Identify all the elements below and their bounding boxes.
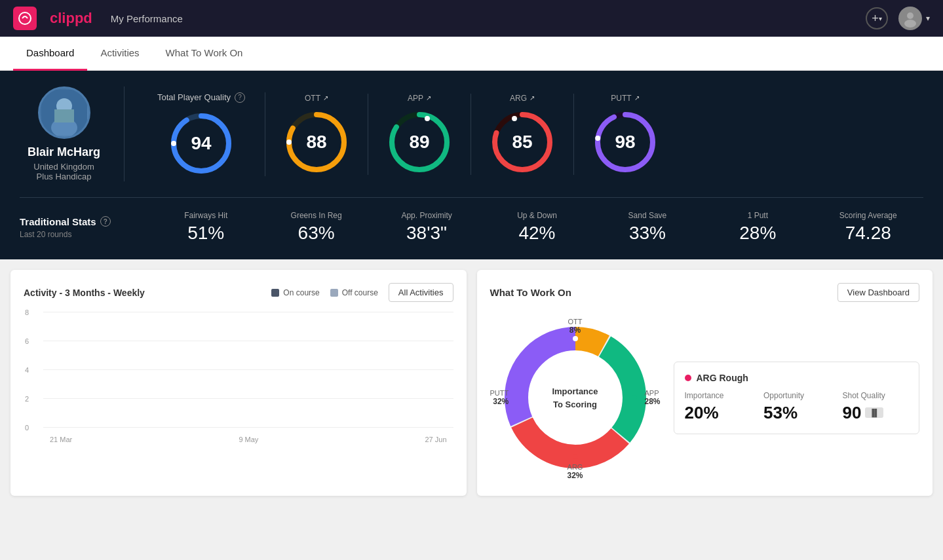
wtwo-content: ImportanceTo Scoring OTT 8% APP 28% ARG … <box>490 312 920 483</box>
bottom-panels: Activity - 3 Months - Weekly On course O… <box>0 259 943 506</box>
shot-quality-value: 90 <box>843 403 862 423</box>
bar-group-4 <box>142 427 170 428</box>
player-info: Blair McHarg United Kingdom Plus Handica… <box>20 86 125 181</box>
putt-label: PUTT ↗ <box>611 94 639 103</box>
stat-oneputt: 1 Putt 28% <box>702 211 813 244</box>
trad-label-section: Traditional Stats ? Last 20 rounds <box>20 216 151 239</box>
bar-group-6 <box>204 427 231 428</box>
header-title: My Performance <box>111 13 183 24</box>
putt-value: 98 <box>615 132 635 153</box>
stat-fairways: Fairways Hit 51% <box>151 211 261 244</box>
chart-header: Activity - 3 Months - Weekly On course O… <box>24 283 453 302</box>
stat-scoring: Scoring Average 74.28 <box>813 211 923 244</box>
tpq-label: Total Player Quality ? <box>157 92 245 103</box>
stat-updown: Up & Down 42% <box>482 211 592 244</box>
add-button[interactable]: + ▾ <box>866 7 888 29</box>
ott-gauge: 88 <box>284 109 349 175</box>
importance-value: 20% <box>685 403 719 423</box>
svg-point-0 <box>19 12 31 24</box>
quality-badge: ▐▌ <box>865 407 883 418</box>
arg-label: ARG ↗ <box>510 94 535 103</box>
stats-top: Blair McHarg United Kingdom Plus Handica… <box>20 86 923 198</box>
header: clippd My Performance + ▾ ▾ <box>0 0 943 37</box>
tpq-wrapper: Total Player Quality ? 94 <box>138 92 265 176</box>
legend-off-course: Off course <box>330 288 378 297</box>
tab-what-to-work-on[interactable]: What To Work On <box>153 37 256 71</box>
putt-gauge: 98 <box>592 109 658 175</box>
app-label: APP ↗ <box>408 94 431 103</box>
player-name: Blair McHarg <box>28 145 100 159</box>
metric-putt: PUTT ↗ 98 <box>574 94 676 175</box>
legend-on-course: On course <box>271 288 319 297</box>
bar-group-11 <box>358 427 385 428</box>
detail-importance: Importance 20% <box>685 391 751 423</box>
stat-greens: Greens In Reg 63% <box>261 211 371 244</box>
svg-point-2 <box>904 20 916 28</box>
tab-dashboard[interactable]: Dashboard <box>13 37 87 71</box>
x-label-1: 21 Mar <box>50 436 72 443</box>
tpq-info-icon[interactable]: ? <box>235 92 245 103</box>
donut-center-label: ImportanceTo Scoring <box>549 385 602 411</box>
stats-banner: Blair McHarg United Kingdom Plus Handica… <box>0 71 943 259</box>
wtwo-title: What To Work On <box>490 287 571 298</box>
chart-area: 0 2 4 6 8 <box>24 312 453 443</box>
ott-arrow-icon: ↗ <box>323 94 328 102</box>
chart-controls: On course Off course All Activities <box>271 283 453 302</box>
chart-legend: On course Off course <box>271 288 378 297</box>
app-arrow-icon: ↗ <box>426 94 431 102</box>
svg-point-28 <box>632 395 637 400</box>
bar-group-3 <box>111 427 139 428</box>
app-segment-label: APP 28% <box>644 389 660 406</box>
bar-group-9 <box>296 427 324 428</box>
legend-off-dot <box>330 289 338 297</box>
all-activities-button[interactable]: All Activities <box>389 283 453 302</box>
stat-proximity: App. Proximity 38'3" <box>372 211 482 244</box>
chart-title: Activity - 3 Months - Weekly <box>24 288 145 298</box>
trad-stats: Traditional Stats ? Last 20 rounds Fairw… <box>20 211 923 244</box>
bar-group-2 <box>81 427 108 428</box>
logo-text: clippd <box>50 10 92 27</box>
donut-chart-wrapper: ImportanceTo Scoring OTT 8% APP 28% ARG … <box>490 312 661 483</box>
user-menu[interactable]: ▾ <box>898 7 930 30</box>
detail-dot <box>685 375 691 381</box>
bar-group-13 <box>419 427 447 428</box>
avatar <box>898 7 922 30</box>
player-handicap: Plus Handicap <box>37 172 92 181</box>
total-quality-gauge: 94 <box>168 111 234 176</box>
player-country: United Kingdom <box>33 162 94 172</box>
view-dashboard-button[interactable]: View Dashboard <box>837 283 919 302</box>
arg-value: 85 <box>512 132 532 153</box>
metric-ott: OTT ↗ 88 <box>265 94 368 175</box>
x-label-2: 9 May <box>239 436 258 443</box>
detail-opportunity: Opportunity 53% <box>763 391 830 423</box>
putt-arrow-icon: ↗ <box>634 94 640 102</box>
logo-icon <box>13 7 37 30</box>
putt-segment-label: PUTT 32% <box>490 389 509 406</box>
svg-point-27 <box>573 336 578 341</box>
user-chevron: ▾ <box>926 14 930 23</box>
svg-point-29 <box>573 454 578 459</box>
detail-card: ARG Rough Importance 20% Opportunity 53% <box>674 362 920 434</box>
svg-rect-6 <box>54 109 74 122</box>
bar-group-7 <box>235 427 262 428</box>
trad-stats-label: Traditional Stats ? <box>20 216 151 227</box>
nav-tabs: Dashboard Activities What To Work On <box>0 37 943 71</box>
app-value: 89 <box>409 132 429 153</box>
arg-gauge: 85 <box>490 109 555 175</box>
x-label-3: 27 Jun <box>425 436 446 443</box>
ott-segment-label: OTT 8% <box>568 318 583 335</box>
detail-shot-quality: Shot Quality 90 ▐▌ <box>843 391 909 423</box>
wtwo-header: What To Work On View Dashboard <box>490 283 920 302</box>
metric-app: APP ↗ 89 <box>368 94 471 175</box>
donut-area: ImportanceTo Scoring OTT 8% APP 28% ARG … <box>490 312 661 483</box>
arg-arrow-icon: ↗ <box>529 94 535 102</box>
player-avatar <box>38 86 90 139</box>
activity-chart-panel: Activity - 3 Months - Weekly On course O… <box>10 270 467 496</box>
trad-stats-info-icon[interactable]: ? <box>100 216 111 227</box>
arg-segment-label: ARG 32% <box>567 463 583 480</box>
bar-group-5 <box>173 427 201 428</box>
legend-on-dot <box>271 289 279 297</box>
ott-label: OTT ↗ <box>305 94 328 103</box>
tab-activities[interactable]: Activities <box>87 37 152 71</box>
x-labels: 21 Mar 9 May 27 Jun <box>43 436 453 443</box>
